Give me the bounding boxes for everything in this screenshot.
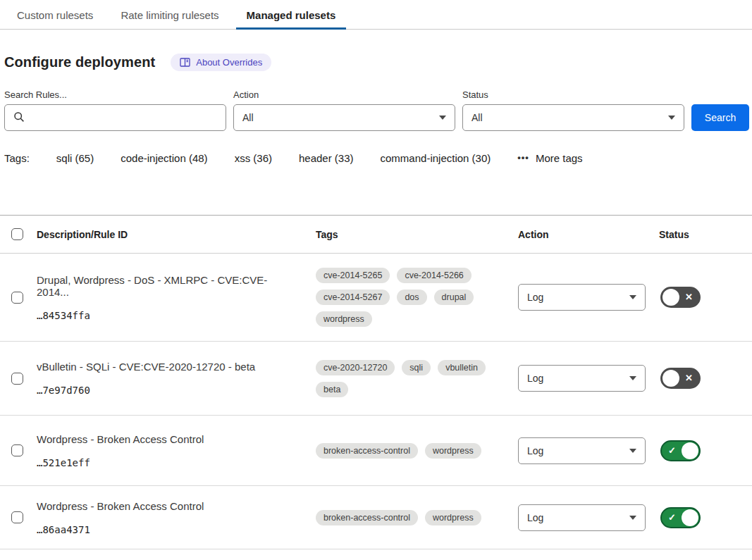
status-filter-field: Status All: [462, 89, 684, 131]
rule-description: Wordpress - Broken Access Control: [37, 433, 296, 445]
table-header-row: Description/Rule ID Tags Action Status: [0, 216, 752, 254]
check-icon: ✓: [668, 513, 676, 522]
tag-pill: cve-2020-12720: [316, 360, 395, 375]
toggle-knob: [662, 370, 679, 387]
rule-action-value: Log: [527, 445, 543, 456]
search-input-wrap: [4, 104, 226, 131]
rule-status-toggle[interactable]: ✓ ✕: [660, 440, 701, 461]
col-description-rule-id: Description/Rule ID: [37, 229, 316, 240]
page-title: Configure deployment: [4, 54, 155, 70]
search-button[interactable]: Search: [691, 104, 749, 131]
chevron-down-icon: [629, 516, 636, 520]
row-checkbox[interactable]: [11, 373, 23, 385]
tag-filter-sqli[interactable]: sqli (65): [56, 152, 94, 164]
tags-bar-label: Tags:: [4, 152, 30, 164]
chevron-down-icon: [668, 116, 675, 120]
table-row: Wordpress - Broken Access Control …86aa4…: [0, 486, 752, 549]
rule-tags: broken-access-control wordpress: [316, 510, 518, 525]
table-row: vBulletin - SQLi - CVE:CVE-2020-12720 - …: [0, 342, 752, 416]
toggle-knob: [682, 442, 698, 459]
row-checkbox[interactable]: [11, 511, 23, 523]
rule-action-select[interactable]: Log: [518, 365, 646, 392]
status-filter-label: Status: [462, 89, 684, 100]
heading-row: Configure deployment About Overrides: [4, 54, 748, 71]
table-row: Wordpress - Broken Access Control …521e1…: [0, 416, 752, 486]
tag-pill: drupal: [434, 290, 474, 305]
action-filter-value: All: [242, 112, 254, 123]
tag-pill: wordpress: [316, 311, 372, 327]
tag-pill: cve-2014-5265: [316, 268, 390, 283]
rule-status-toggle[interactable]: ✓ ✕: [660, 507, 701, 528]
rule-id: …86aa4371: [37, 524, 296, 535]
col-action: Action: [518, 229, 659, 240]
col-status: Status: [659, 229, 752, 240]
tag-pill: beta: [316, 382, 348, 397]
about-overrides-label: About Overrides: [196, 57, 262, 68]
chevron-down-icon: [629, 376, 636, 380]
ellipsis-icon: •••: [517, 152, 529, 163]
rule-action-select[interactable]: Log: [518, 437, 646, 464]
rule-tags: cve-2020-12720 sqli vbulletin beta: [316, 360, 518, 397]
rule-description: Drupal, Wordpress - DoS - XMLRPC - CVE:C…: [37, 274, 296, 298]
status-filter-value: All: [471, 112, 483, 123]
rule-status-toggle[interactable]: ✓ ✕: [660, 368, 701, 389]
chevron-down-icon: [629, 295, 636, 299]
book-icon: [180, 58, 190, 67]
rule-id: …7e97d760: [37, 385, 296, 396]
rule-action-select[interactable]: Log: [518, 284, 646, 311]
row-checkbox[interactable]: [11, 444, 23, 456]
row-checkbox[interactable]: [11, 292, 23, 304]
rule-id: …521e1eff: [37, 457, 296, 468]
x-icon: ✕: [685, 373, 693, 382]
rule-tags: cve-2014-5265 cve-2014-5266 cve-2014-526…: [316, 268, 518, 327]
tag-filter-header[interactable]: header (33): [299, 152, 354, 164]
action-filter-select[interactable]: All: [233, 104, 455, 131]
tag-pill: dos: [397, 290, 426, 305]
ruleset-tabbar: Custom rulesets Rate limiting rulesets M…: [0, 0, 752, 30]
rules-table: Description/Rule ID Tags Action Status D…: [0, 215, 752, 549]
rule-action-value: Log: [527, 512, 543, 523]
tab-managed-rulesets[interactable]: Managed rulesets: [247, 0, 336, 29]
chevron-down-icon: [629, 449, 636, 453]
check-icon: ✓: [668, 446, 676, 455]
filter-bar: Search Rules... Action All Status All Se…: [4, 89, 749, 131]
rule-action-select[interactable]: Log: [518, 504, 646, 531]
action-filter-label: Action: [233, 89, 455, 100]
search-button-wrap: Search: [691, 104, 749, 131]
table-row: Drupal, Wordpress - DoS - XMLRPC - CVE:C…: [0, 254, 752, 342]
tag-pill: cve-2014-5266: [397, 268, 471, 283]
rule-id: …84534ffa: [37, 310, 296, 321]
status-filter-select[interactable]: All: [462, 104, 684, 131]
action-filter-field: Action All: [233, 89, 455, 131]
more-tags-button[interactable]: ••• More tags: [517, 152, 582, 164]
x-icon: ✕: [685, 292, 693, 301]
rule-description: vBulletin - SQLi - CVE:CVE-2020-12720 - …: [37, 361, 296, 373]
rule-status-toggle[interactable]: ✓ ✕: [660, 287, 701, 308]
chevron-down-icon: [439, 116, 446, 120]
tag-pill: sqli: [402, 360, 431, 375]
tag-pill: cve-2014-5267: [316, 290, 390, 305]
toggle-knob: [682, 509, 698, 526]
rule-description: Wordpress - Broken Access Control: [37, 500, 296, 512]
search-icon: [13, 111, 25, 125]
tag-filter-xss[interactable]: xss (36): [235, 152, 272, 164]
select-all-checkbox[interactable]: [11, 228, 23, 240]
tab-rate-limiting-rulesets[interactable]: Rate limiting rulesets: [121, 0, 218, 29]
rule-action-value: Log: [527, 373, 543, 384]
tag-pill: broken-access-control: [316, 510, 418, 525]
tag-filter-code-injection[interactable]: code-injection (48): [121, 152, 207, 164]
more-tags-label: More tags: [536, 152, 583, 164]
tags-bar: Tags: sqli (65) code-injection (48) xss …: [4, 152, 748, 164]
toggle-knob: [662, 289, 679, 306]
tag-pill: vbulletin: [438, 360, 486, 375]
search-rules-input[interactable]: [30, 112, 217, 123]
search-rules-label: Search Rules...: [4, 89, 226, 100]
tag-filter-command-injection[interactable]: command-injection (30): [381, 152, 491, 164]
tag-pill: broken-access-control: [316, 443, 418, 459]
rule-action-value: Log: [527, 292, 543, 303]
tag-pill: wordpress: [425, 510, 481, 525]
about-overrides-badge[interactable]: About Overrides: [171, 54, 271, 71]
rule-tags: broken-access-control wordpress: [316, 443, 518, 459]
tab-custom-rulesets[interactable]: Custom rulesets: [17, 0, 93, 29]
tag-pill: wordpress: [425, 443, 481, 459]
